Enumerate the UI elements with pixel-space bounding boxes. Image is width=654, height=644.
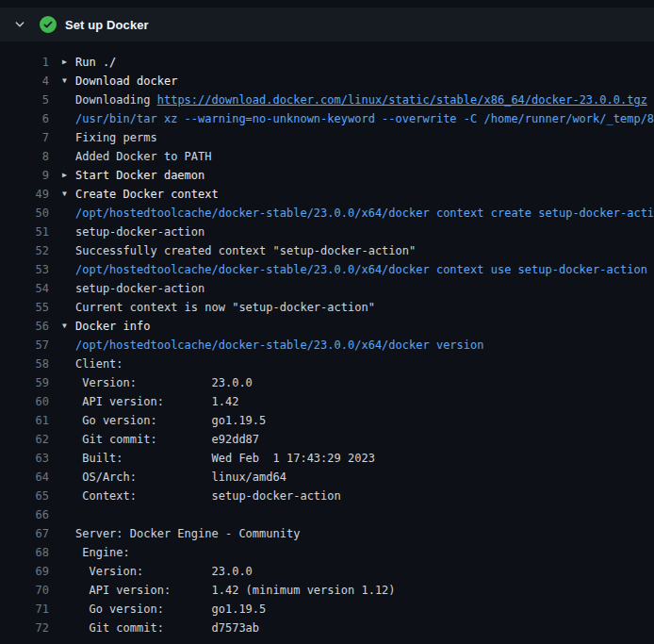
line-text: Version: 23.0.0 [75, 373, 253, 392]
line-text: OS/Arch: linux/amd64 [75, 468, 286, 487]
line-number[interactable]: 70 [0, 581, 49, 600]
log-line: 63 Built: Wed Feb 1 17:43:29 2023 [0, 449, 654, 468]
line-number[interactable]: 1 [0, 53, 49, 72]
group-toggle-icon [62, 241, 75, 260]
collapse-group-icon[interactable]: ▼ [62, 72, 75, 91]
group-toggle-icon [62, 430, 75, 449]
line-number[interactable]: 54 [0, 279, 49, 298]
log-line: 54 setup-docker-action [0, 279, 654, 298]
line-number[interactable]: 5 [0, 91, 49, 109]
log-line: 57 /opt/hostedtoolcache/docker-stable/23… [0, 336, 654, 355]
command-text: /usr/bin/tar xz --warning=no-unknown-key… [75, 109, 654, 128]
log-line: 59 Version: 23.0.0 [0, 373, 654, 392]
log-line: 7 Fixing perms [0, 128, 654, 147]
line-number[interactable]: 69 [0, 562, 49, 581]
line-text: Fixing perms [75, 128, 157, 147]
line-number[interactable]: 6 [0, 109, 49, 128]
log-line: 8 Added Docker to PATH [0, 147, 654, 166]
line-number[interactable]: 52 [0, 241, 49, 260]
group-toggle-icon [62, 147, 75, 166]
group-toggle-icon [62, 505, 75, 524]
group-title[interactable]: Create Docker context [75, 185, 219, 204]
line-number[interactable]: 65 [0, 487, 49, 505]
line-text: Git commit: e92dd87 [75, 430, 259, 449]
line-number[interactable]: 51 [0, 223, 49, 241]
group-title[interactable]: Docker info [75, 317, 150, 336]
command-text: /opt/hostedtoolcache/docker-stable/23.0.… [75, 260, 647, 279]
group-toggle-icon [62, 109, 75, 128]
line-number[interactable]: 9 [0, 166, 49, 185]
group-toggle-icon [62, 581, 75, 600]
line-number[interactable]: 8 [0, 147, 49, 166]
line-number[interactable]: 7 [0, 128, 49, 147]
line-number[interactable]: 72 [0, 619, 49, 637]
log-line: 55 Current context is now "setup-docker-… [0, 298, 654, 317]
line-number[interactable]: 55 [0, 298, 49, 317]
group-toggle-icon [62, 562, 75, 581]
expand-group-icon[interactable]: ▶ [62, 53, 75, 72]
group-toggle-icon [62, 411, 75, 430]
group-title[interactable]: Start Docker daemon [75, 166, 204, 185]
group-title[interactable]: Download docker [75, 72, 177, 91]
group-toggle-icon [62, 260, 75, 279]
line-number[interactable]: 56 [0, 317, 49, 336]
log-line: 68 Engine: [0, 543, 654, 562]
line-number[interactable]: 71 [0, 600, 49, 619]
line-number[interactable]: 67 [0, 524, 49, 543]
line-number[interactable]: 50 [0, 204, 49, 223]
log-line: 62 Git commit: e92dd87 [0, 430, 654, 449]
line-number[interactable]: 63 [0, 449, 49, 468]
log-link[interactable]: https://download.docker.com/linux/static… [157, 93, 647, 107]
line-text: Go version: go1.19.5 [75, 600, 266, 619]
line-number[interactable]: 49 [0, 185, 49, 204]
line-number[interactable]: 4 [0, 72, 49, 91]
line-text: Version: 23.0.0 [75, 562, 253, 581]
log-line: 66 [0, 505, 654, 524]
line-text: Engine: [75, 543, 130, 562]
group-toggle-icon [62, 355, 75, 373]
log-line: 64 OS/Arch: linux/amd64 [0, 468, 654, 487]
log-line: 61 Go version: go1.19.5 [0, 411, 654, 430]
line-number[interactable]: 58 [0, 355, 49, 373]
line-number[interactable]: 64 [0, 468, 49, 487]
log-line: 72 Git commit: d7573ab [0, 619, 654, 637]
line-number[interactable]: 62 [0, 430, 49, 449]
group-toggle-icon [62, 392, 75, 411]
line-text: Client: [75, 355, 123, 373]
line-number[interactable]: 53 [0, 260, 49, 279]
group-title[interactable]: Run ./ [75, 53, 116, 72]
chevron-down-icon[interactable] [13, 18, 26, 31]
line-text: Current context is now "setup-docker-act… [75, 298, 375, 317]
log-line: 1 ▶ Run ./ [0, 53, 654, 72]
group-toggle-icon [62, 298, 75, 317]
collapse-group-icon[interactable]: ▼ [62, 185, 75, 204]
line-text: Built: Wed Feb 1 17:43:29 2023 [75, 449, 375, 468]
line-number[interactable]: 59 [0, 373, 49, 392]
group-toggle-icon [62, 336, 75, 355]
group-toggle-icon [62, 487, 75, 505]
line-number[interactable]: 68 [0, 543, 49, 562]
line-number[interactable]: 61 [0, 411, 49, 430]
log-line: 60 API version: 1.42 [0, 392, 654, 411]
log-line: 65 Context: setup-docker-action [0, 487, 654, 505]
log-line: 69 Version: 23.0.0 [0, 562, 654, 581]
log-line: 53 /opt/hostedtoolcache/docker-stable/23… [0, 260, 654, 279]
group-toggle-icon [62, 619, 75, 637]
log-container: 1 ▶ Run ./ 4 ▼ Download docker 5 Downloa… [0, 41, 654, 644]
line-number[interactable]: 60 [0, 392, 49, 411]
expand-group-icon[interactable]: ▶ [62, 166, 75, 185]
log-line: 9 ▶ Start Docker daemon [0, 166, 654, 185]
group-toggle-icon [62, 128, 75, 147]
line-text: Successfully created context "setup-dock… [75, 241, 416, 260]
line-text: Git commit: d7573ab [75, 619, 259, 637]
group-toggle-icon [62, 543, 75, 562]
line-number[interactable]: 66 [0, 505, 49, 524]
log-line: 5 Downloading https://download.docker.co… [0, 91, 654, 109]
log-line: 58 Client: [0, 355, 654, 373]
collapse-group-icon[interactable]: ▼ [62, 317, 75, 336]
line-text: API version: 1.42 [75, 392, 238, 411]
step-header[interactable]: Set up Docker [0, 8, 654, 41]
line-number[interactable]: 57 [0, 336, 49, 355]
log-line: 70 API version: 1.42 (minimum version 1.… [0, 581, 654, 600]
line-text: API version: 1.42 (minimum version 1.12) [75, 581, 396, 600]
